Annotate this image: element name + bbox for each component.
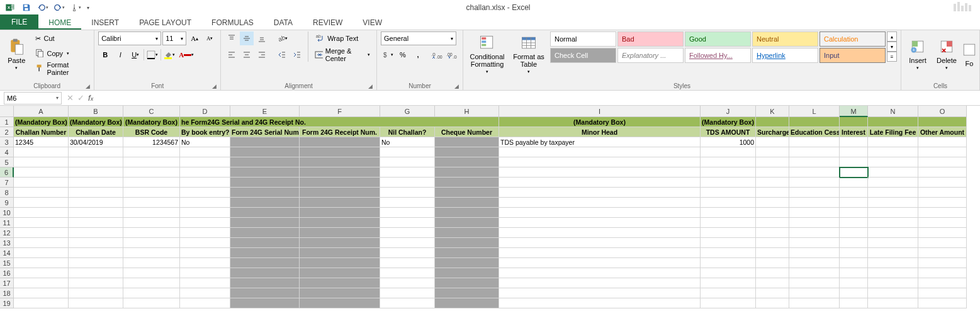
cell-D15[interactable] <box>180 258 230 268</box>
italic-button[interactable]: I <box>113 48 127 62</box>
cell-E14[interactable] <box>230 248 300 258</box>
cell-I1[interactable]: (Mandatory Box) <box>499 117 701 127</box>
cell-D12[interactable] <box>180 228 230 238</box>
style-followed-hyperlink[interactable]: Followed Hy... <box>685 48 751 63</box>
cell-C19[interactable] <box>123 298 180 308</box>
redo-icon[interactable]: ▾ <box>52 1 67 14</box>
cell-C1[interactable]: (Mandatory Box) <box>123 117 180 127</box>
cell-N4[interactable] <box>868 147 918 157</box>
cell-M17[interactable] <box>840 278 868 288</box>
cell-F5[interactable] <box>300 157 380 167</box>
cell-D8[interactable] <box>180 188 230 198</box>
cell-B13[interactable] <box>69 238 123 248</box>
style-good[interactable]: Good <box>685 31 751 47</box>
cell-D16[interactable] <box>180 268 230 278</box>
cell-D18[interactable] <box>180 288 230 298</box>
cell-C17[interactable] <box>123 278 180 288</box>
cell-L14[interactable] <box>789 248 840 258</box>
cell-G3[interactable]: No <box>380 137 435 147</box>
cell-H2[interactable]: Cheque Number <box>435 127 499 137</box>
cell-D17[interactable] <box>180 278 230 288</box>
row-header-7[interactable]: 7 <box>0 178 14 188</box>
cell-K9[interactable] <box>756 198 789 208</box>
cell-I13[interactable] <box>499 238 701 248</box>
cell-B17[interactable] <box>69 278 123 288</box>
cell-K11[interactable] <box>756 218 789 228</box>
row-header-15[interactable]: 15 <box>0 258 14 268</box>
cell-E17[interactable] <box>230 278 300 288</box>
cell-L9[interactable] <box>789 198 840 208</box>
row-header-3[interactable]: 3 <box>0 137 14 147</box>
name-box[interactable]: M6▾ <box>4 92 62 104</box>
cell-O19[interactable] <box>918 298 967 308</box>
cell-J14[interactable] <box>701 248 756 258</box>
cell-J11[interactable] <box>701 218 756 228</box>
cell-L5[interactable] <box>789 157 840 167</box>
cell-I3[interactable]: TDS payable by taxpayer <box>499 137 701 147</box>
tab-insert[interactable]: INSERT <box>81 16 129 30</box>
cell-N8[interactable] <box>868 188 918 198</box>
cell-E8[interactable] <box>230 188 300 198</box>
cell-J16[interactable] <box>701 268 756 278</box>
cell-H19[interactable] <box>435 298 499 308</box>
cell-L10[interactable] <box>789 208 840 218</box>
wrap-text-button[interactable]: abWrap Text <box>312 31 373 45</box>
cell-G19[interactable] <box>380 298 435 308</box>
cell-K7[interactable] <box>756 178 789 188</box>
cell-D19[interactable] <box>180 298 230 308</box>
cell-C2[interactable]: BSR Code <box>123 127 180 137</box>
cell-O3[interactable] <box>918 137 967 147</box>
col-header-C[interactable]: C <box>123 106 180 117</box>
cell-F11[interactable] <box>300 218 380 228</box>
tab-page-layout[interactable]: PAGE LAYOUT <box>129 16 201 30</box>
cell-N3[interactable] <box>868 137 918 147</box>
clipboard-launcher-icon[interactable]: ◢ <box>86 83 90 89</box>
cell-G17[interactable] <box>380 278 435 288</box>
cell-N7[interactable] <box>868 178 918 188</box>
cell-A10[interactable] <box>14 208 69 218</box>
cell-A18[interactable] <box>14 288 69 298</box>
cell-I10[interactable] <box>499 208 701 218</box>
cell-N17[interactable] <box>868 278 918 288</box>
gallery-more-icon[interactable]: ≡ <box>887 52 897 62</box>
cell-J19[interactable] <box>701 298 756 308</box>
font-color-button[interactable]: A▾ <box>177 48 195 62</box>
bold-button[interactable]: B <box>98 48 112 62</box>
cell-L15[interactable] <box>789 258 840 268</box>
cell-A13[interactable] <box>14 238 69 248</box>
cell-G8[interactable] <box>380 188 435 198</box>
cell-C18[interactable] <box>123 288 180 298</box>
cell-O4[interactable] <box>918 147 967 157</box>
cell-A14[interactable] <box>14 248 69 258</box>
style-neutral[interactable]: Neutral <box>752 31 818 47</box>
row-header-8[interactable]: 8 <box>0 188 14 198</box>
cell-N13[interactable] <box>868 238 918 248</box>
cell-C4[interactable] <box>123 147 180 157</box>
row-header-18[interactable]: 18 <box>0 288 14 298</box>
cell-C15[interactable] <box>123 258 180 268</box>
cell-B9[interactable] <box>69 198 123 208</box>
cell-H11[interactable] <box>435 218 499 228</box>
cell-N6[interactable] <box>868 167 918 178</box>
cell-J1[interactable]: (Mandatory Box) <box>701 117 756 127</box>
cell-I6[interactable] <box>499 167 701 178</box>
cell-I11[interactable] <box>499 218 701 228</box>
cell-M16[interactable] <box>840 268 868 278</box>
cell-D7[interactable] <box>180 178 230 188</box>
cell-A3[interactable]: 12345 <box>14 137 69 147</box>
decrease-font-icon[interactable]: A▾ <box>203 31 217 45</box>
col-header-E[interactable]: E <box>230 106 300 117</box>
cell-G5[interactable] <box>380 157 435 167</box>
cell-B3[interactable]: 30/04/2019 <box>69 137 123 147</box>
font-name-combo[interactable]: Calibri▾ <box>98 31 161 45</box>
cell-H14[interactable] <box>435 248 499 258</box>
align-right-icon[interactable] <box>255 48 269 62</box>
align-center-icon[interactable] <box>240 48 254 62</box>
cell-J4[interactable] <box>701 147 756 157</box>
cell-K14[interactable] <box>756 248 789 258</box>
cell-L8[interactable] <box>789 188 840 198</box>
cell-E2[interactable]: Form 24G Serial Num. <box>230 127 300 137</box>
cell-N18[interactable] <box>868 288 918 298</box>
cell-E3[interactable] <box>230 137 300 147</box>
cell-L13[interactable] <box>789 238 840 248</box>
